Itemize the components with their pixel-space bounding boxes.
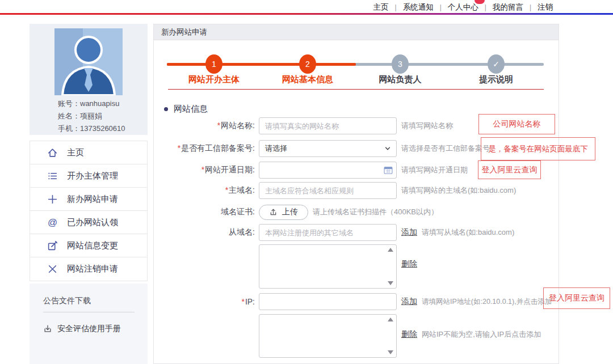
download-security-manual[interactable]: 安全评估使用手册 (43, 324, 148, 334)
ip-input[interactable] (259, 293, 397, 310)
nav-my-messages[interactable]: 我的留言 (493, 2, 523, 12)
website-name-input[interactable] (259, 117, 397, 134)
scroll-down-icon[interactable] (387, 350, 394, 355)
sidebar-item-new-website-application[interactable]: 新办网站申请 (30, 188, 147, 211)
nav-home[interactable]: 主页 (373, 2, 389, 12)
stepper-divider (168, 89, 544, 90)
scroll-up-icon[interactable] (387, 317, 394, 322)
ip-listbox[interactable] (259, 314, 397, 358)
icp-filing-select[interactable]: 请选择 (259, 140, 397, 157)
plus-icon (47, 194, 58, 205)
website-name-label: *网站名称: (154, 121, 255, 131)
row-sub-domain: 从域名: 添加 请填写从域名(如:baidu.com) (154, 224, 514, 241)
chevron-down-icon (384, 145, 391, 152)
sub-domain-listbox[interactable] (259, 244, 397, 289)
required-marker: * (178, 143, 180, 153)
profile-account: 账号：wanhuapisu (58, 98, 125, 110)
icp-filing-label: *是否有工信部备案号: (154, 143, 255, 154)
icp-filing-select-value: 请选择 (265, 143, 287, 154)
section-title-text: 网站信息 (174, 104, 208, 115)
sidebar-item-website-info-change[interactable]: 网站信息变更 (30, 234, 147, 257)
scroll-up-icon[interactable] (387, 247, 394, 252)
annotation-aliyun-lookup-ip: 登入阿里云查询 (543, 287, 610, 309)
sub-domain-hint: 请填写从域名(如:baidu.com) (422, 227, 514, 238)
main-domain-input[interactable] (259, 182, 397, 199)
sidebar-item-label: 新办网站申请 (67, 194, 118, 205)
sidebar-item-home[interactable]: 主页 (30, 141, 147, 164)
row-icp-filing: *是否有工信部备案号: 请选择 请选择是否有工信部备案号 (154, 140, 490, 157)
open-date-hint: 请填写网站开通日期 (401, 165, 468, 175)
sidebar-item-label: 开办主体管理 (67, 171, 118, 181)
sidebar: 账号：wanhuapisu 姓名：项丽娟 手机：13735260610 主页 开… (30, 24, 148, 364)
row-open-date: *网站开通日期: 请填写网站开通日期 (154, 162, 468, 179)
sidebar-item-claim-website[interactable]: @ 已办网站认领 (30, 211, 147, 234)
avatar (54, 28, 123, 95)
required-marker: * (217, 121, 220, 130)
row-ip: *IP: 添加 请填网站IP地址(如:20.10.0.1),并点击添加 (154, 293, 552, 310)
row-main-domain: *主域名: 请填写网站的主域名(如:baidu.com) (154, 182, 516, 199)
header-divider (0, 13, 613, 15)
domain-cert-label: 域名证书: (154, 207, 255, 217)
list-icon (47, 171, 58, 181)
main-domain-hint: 请填写网站的主域名(如:baidu.com) (401, 185, 516, 196)
download-item-label: 安全评估使用手册 (57, 324, 121, 334)
website-name-hint: 请填写网站名称 (401, 121, 453, 131)
sidebar-item-label: 已办网站认领 (67, 217, 118, 228)
nav-system-notice[interactable]: 系统通知 (403, 2, 434, 12)
annotation-aliyun-lookup-date: 登入阿里云查询 (478, 160, 541, 179)
required-marker: * (225, 185, 228, 194)
step-2-dot: 2 (299, 54, 316, 74)
upload-button-label: 上传 (282, 207, 298, 217)
step-3-dot: 3 (392, 54, 409, 74)
nav-separator: | (530, 3, 531, 11)
step-3-label: 网站负责人 (363, 74, 437, 85)
main-domain-label: *主域名: (154, 185, 255, 196)
nav-personal-center[interactable]: 个人中心 (448, 2, 478, 12)
nav-logout[interactable]: 注销 (538, 2, 553, 12)
home-icon (47, 147, 58, 158)
download-icon (43, 324, 52, 333)
stepper-track-active (167, 63, 356, 66)
ip-add-link[interactable]: 添加 (401, 297, 417, 307)
profile-card: 账号：wanhuapisu 姓名：项丽娟 手机：13735260610 (30, 24, 148, 135)
ip-delete-hint: 网站IP不能为空,请输入IP后点击添加 (422, 329, 541, 340)
sidebar-item-label: 主页 (67, 147, 84, 158)
section-title: 网站信息 (164, 104, 208, 115)
sub-domain-delete-link[interactable]: 删除 (401, 259, 417, 269)
step-4-label: 提示说明 (459, 74, 533, 85)
ip-delete-link[interactable]: 删除 (401, 329, 417, 340)
page: 主页 | 系统通知 | 个人中心 | 我的留言 | 注销 账号：wanhuapi… (0, 0, 613, 364)
open-date-field (259, 162, 397, 179)
sidebar-item-label: 网站信息变更 (67, 240, 118, 251)
open-date-label: *网站开通日期: (154, 165, 255, 175)
upload-button[interactable]: 上传 (259, 205, 308, 220)
step-4-dot: ✓ (488, 54, 505, 74)
main-panel: 新办网站申请 1 2 3 ✓ 网站开办主体 网站基本信息 网站负责人 提示说明 … (153, 24, 559, 364)
scroll-down-icon[interactable] (387, 281, 394, 286)
upload-icon (269, 208, 278, 217)
ip-actions: 删除 网站IP不能为空,请输入IP后点击添加 (397, 329, 541, 340)
sidebar-item-label: 网站注销申请 (67, 264, 118, 274)
open-date-input[interactable] (259, 162, 397, 179)
profile-name: 姓名：项丽娟 (58, 110, 125, 122)
calendar-icon[interactable] (384, 166, 393, 175)
nav-separator: | (395, 3, 397, 11)
nav-separator: | (485, 3, 486, 11)
ip-label: *IP: (154, 297, 255, 306)
downloads-title: 公告文件下载 (30, 283, 148, 312)
sub-domain-actions: 删除 (397, 259, 417, 269)
top-navigation: 主页 | 系统通知 | 个人中心 | 我的留言 | 注销 (373, 2, 553, 12)
bullet-icon (164, 107, 168, 111)
nav-separator: | (440, 3, 442, 11)
sidebar-item-website-cancellation[interactable]: 网站注销申请 (30, 257, 147, 281)
stepper: 1 2 3 ✓ 网站开办主体 网站基本信息 网站负责人 提示说明 (154, 40, 559, 89)
panel-title: 新办网站申请 (154, 24, 559, 40)
sub-domain-input[interactable] (259, 224, 397, 241)
svg-text:@: @ (48, 217, 57, 228)
row-website-name: *网站名称: 请填写网站名称 (154, 117, 453, 134)
ip-hint: 请填网站IP地址(如:20.10.0.1),并点击添加 (422, 297, 552, 307)
required-marker: * (241, 297, 244, 306)
sidebar-item-entity-management[interactable]: 开办主体管理 (30, 164, 147, 188)
row-domain-cert: 域名证书: 上传 请上传域名证书扫描件（400KB以内） (154, 204, 438, 221)
sub-domain-add-link[interactable]: 添加 (401, 227, 417, 238)
